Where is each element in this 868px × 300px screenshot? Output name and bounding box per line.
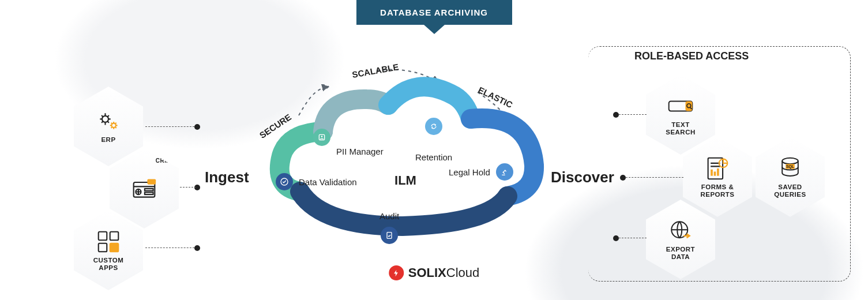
search-bar-icon [668, 93, 693, 119]
ilm-label: ILM [394, 173, 416, 188]
svg-rect-5 [145, 189, 153, 191]
connector-line [619, 114, 647, 115]
id-card-icon [313, 129, 330, 146]
gears-icon [96, 108, 121, 134]
svg-point-1 [112, 123, 116, 127]
svg-point-24 [782, 158, 798, 164]
refresh-cycle-icon [425, 118, 442, 135]
connector-line [145, 247, 194, 248]
hex-erp: ERP [74, 87, 143, 166]
connector-dot [194, 245, 200, 251]
svg-rect-21 [717, 168, 719, 176]
svg-rect-8 [110, 232, 119, 241]
svg-rect-6 [145, 192, 153, 194]
hex-custom-apps: CUSTOM APPS [74, 211, 143, 290]
globe-export-icon [668, 218, 693, 243]
svg-point-13 [321, 136, 323, 137]
connector-dot [194, 124, 200, 130]
cloud-shape-icon [258, 58, 553, 262]
feature-legal-hold: Legal Hold [449, 163, 513, 181]
svg-rect-9 [99, 243, 107, 252]
crm-dashboard-icon [131, 176, 157, 201]
hex-export-data-label: EXPORT DATA [666, 246, 695, 261]
feature-audit: Audit [379, 211, 399, 241]
svg-rect-14 [387, 232, 392, 239]
svg-rect-20 [714, 171, 716, 175]
connector-line [619, 238, 647, 238]
ingest-label: Ingest [205, 168, 249, 186]
cloud-ilm: SECURE SCALABLE ELASTIC ILM Data Validat… [258, 58, 553, 262]
diagram-canvas: DATABASE ARCHIVING ERP CRM [0, 0, 868, 300]
report-document-icon [705, 156, 730, 181]
gavel-icon [496, 163, 513, 181]
hex-erp-label: ERP [101, 136, 115, 144]
apps-grid-icon [96, 229, 121, 254]
feature-retention: Retention [415, 133, 452, 162]
connector-line [145, 126, 194, 127]
hex-custom-apps-label: CUSTOM APPS [93, 257, 124, 272]
hex-forms-reports-label: FORMS & REPORTS [700, 183, 734, 198]
ribbon-tail-icon [424, 25, 445, 34]
sql-database-icon: SQL [777, 156, 803, 181]
svg-rect-10 [110, 243, 119, 252]
brand-name-bold: SOLIX [408, 265, 446, 280]
feature-label: Legal Hold [449, 167, 490, 177]
feature-label: Retention [415, 152, 452, 162]
document-check-icon [381, 227, 398, 244]
feature-pii-manager: PII Manager [313, 142, 384, 160]
hex-saved-queries-label: SAVED QUERIES [774, 183, 806, 198]
brand-name-light: Cloud [446, 265, 479, 280]
svg-rect-3 [148, 179, 156, 185]
svg-rect-7 [99, 232, 107, 241]
connector-dot [613, 235, 619, 241]
svg-text:SQL: SQL [786, 164, 794, 169]
check-circle-icon [276, 173, 293, 190]
hex-text-search-label: TEXT SEARCH [666, 121, 696, 136]
connector-line [626, 177, 683, 178]
brand-logo: SOLIXCloud [389, 265, 480, 280]
hex-crm: CRM [110, 149, 179, 228]
feature-label: PII Manager [336, 147, 384, 156]
connector-dot [613, 112, 619, 118]
svg-rect-16 [685, 101, 692, 111]
bolt-circle-icon [389, 265, 404, 280]
feature-label: Audit [379, 211, 399, 221]
hex-crm-label: CRM [156, 158, 170, 164]
feature-label: Data Validation [299, 177, 357, 187]
connector-dot [194, 185, 200, 190]
svg-rect-19 [711, 170, 713, 176]
feature-data-validation: Data Validation [276, 173, 357, 190]
header-ribbon: DATABASE ARCHIVING [356, 0, 512, 34]
connector-line [180, 187, 196, 187]
header-title: DATABASE ARCHIVING [356, 0, 512, 25]
